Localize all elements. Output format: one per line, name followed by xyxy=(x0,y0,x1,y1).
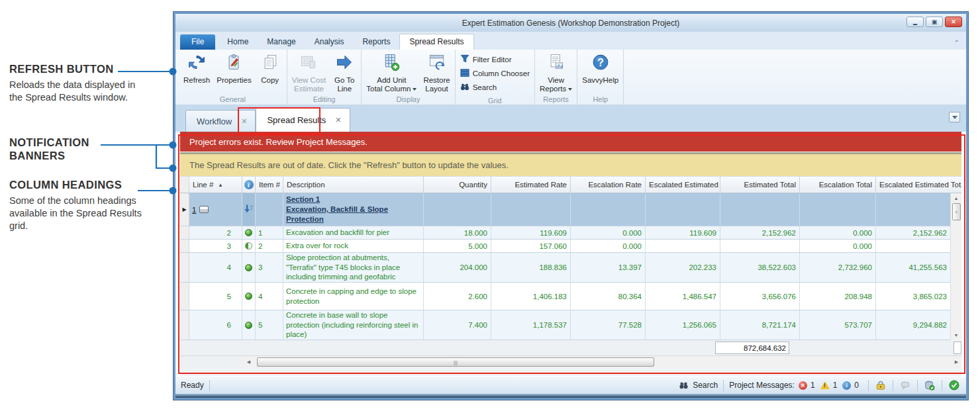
horizontal-scrollbar-thumb[interactable]: ||| xyxy=(257,357,654,367)
header-escalation-total[interactable]: Escalation Total xyxy=(800,176,876,193)
vertical-scrollbar[interactable]: ▲ ≡ ▼ xyxy=(950,193,961,340)
add-unit-total-column-button[interactable]: Add Unit Total Column xyxy=(364,51,419,94)
row-selector[interactable] xyxy=(180,240,189,252)
database-status-icon[interactable] xyxy=(924,381,935,391)
column-chooser-button[interactable]: Column Chooser xyxy=(460,68,530,79)
tab-workflow[interactable]: Workflow ✕ xyxy=(185,110,256,132)
annotation-body: Reloads the data displayed in the Spread… xyxy=(9,79,148,105)
grid-summary-row: 872,684.632 xyxy=(180,340,961,356)
dropdown-caret-icon xyxy=(413,88,416,91)
row-selector[interactable]: ▶ xyxy=(180,193,189,226)
scroll-left-icon[interactable]: ◀ xyxy=(244,357,254,367)
properties-button[interactable]: Properties xyxy=(214,51,254,85)
add-unit-total-column-icon xyxy=(382,53,401,74)
row-selector[interactable] xyxy=(180,283,189,310)
header-estimated-rate[interactable]: Estimated Rate xyxy=(491,176,571,193)
view-reports-button[interactable]: View Reports xyxy=(537,51,575,94)
annotation-refresh-button: REFRESH BUTTON Reloads the data displaye… xyxy=(9,63,148,104)
svg-text:?: ? xyxy=(597,57,604,68)
go-to-line-button[interactable]: Go To Line xyxy=(330,51,359,94)
tab-list-dropdown-button[interactable] xyxy=(949,112,960,122)
ribbon-tab-file[interactable]: File xyxy=(180,34,215,50)
view-cost-estimate-icon xyxy=(299,53,318,74)
header-description[interactable]: Description xyxy=(283,176,424,193)
header-item[interactable]: Item # xyxy=(256,176,283,193)
scroll-down-icon[interactable]: ▼ xyxy=(952,330,961,340)
minimize-button[interactable] xyxy=(906,17,924,27)
ribbon-tab-home[interactable]: Home xyxy=(218,34,258,50)
savvyhelp-button[interactable]: ? SavvyHelp xyxy=(579,51,621,85)
error-count-icon: ✕ xyxy=(799,381,807,390)
close-button[interactable] xyxy=(945,17,962,27)
status-ready: Ready xyxy=(181,381,204,390)
close-icon[interactable]: ✕ xyxy=(241,117,247,126)
header-escalated-estimated-rate[interactable]: Escalated Estimated Rate xyxy=(646,176,720,193)
collapse-ribbon-icon[interactable]: ⌃ xyxy=(954,39,959,46)
ribbon-group-editing: View Cost Estimate Go To Line Editing xyxy=(287,50,362,105)
savvyhelp-icon: ? xyxy=(591,53,610,74)
search-button[interactable]: Search xyxy=(460,82,530,93)
validation-ok-icon[interactable] xyxy=(949,380,959,391)
status-green-icon xyxy=(245,229,252,236)
horizontal-scrollbar-row: ◀ ||| ▶ xyxy=(180,356,961,368)
collapse-section-icon[interactable] xyxy=(199,206,209,213)
header-line[interactable]: Line # ▲ xyxy=(189,176,242,193)
ribbon-group-grid: Filter Editor Column Chooser Search Grid xyxy=(456,50,535,105)
project-messages-label[interactable]: Project Messages: xyxy=(729,381,795,390)
annotation-column-headings: COLUMN HEADINGS Some of the column headi… xyxy=(9,179,142,233)
title-bar[interactable]: Expert Estimation Genesis (Workshop Demo… xyxy=(175,14,966,32)
annotation-title: NOTIFICATION BANNERS xyxy=(9,136,115,163)
comments-icon[interactable] xyxy=(900,381,910,390)
copy-icon xyxy=(261,53,279,74)
info-icon: i xyxy=(244,180,254,189)
maximize-button[interactable] xyxy=(926,17,943,27)
ribbon-tab-bar: File Home Manage Analysis Reports Spread… xyxy=(175,32,966,50)
header-estimated-total[interactable]: Estimated Total xyxy=(720,176,800,193)
vertical-scrollbar-thumb[interactable]: ≡ xyxy=(952,203,961,220)
filter-editor-button[interactable]: Filter Editor xyxy=(460,54,530,65)
refresh-button[interactable]: Refresh xyxy=(181,51,213,85)
group-label: Help xyxy=(579,95,621,105)
current-row-icon: ▶ xyxy=(182,207,186,212)
view-cost-estimate-button[interactable]: View Cost Estimate xyxy=(289,51,329,94)
filter-editor-icon xyxy=(460,54,469,65)
error-banner: Project errors exist. Review Project Mes… xyxy=(180,132,961,152)
table-row[interactable]: 3 2 Extra over for rock 5.000 157.060 0.… xyxy=(180,240,961,253)
row-selector[interactable] xyxy=(180,310,189,340)
status-half-green-icon xyxy=(245,242,252,250)
annotation-title: COLUMN HEADINGS xyxy=(9,179,142,192)
copy-button[interactable]: Copy xyxy=(256,51,285,85)
header-quantity[interactable]: Quantity xyxy=(424,176,491,193)
ribbon-tab-analysis[interactable]: Analysis xyxy=(305,34,354,50)
window-title: Expert Estimation Genesis (Workshop Demo… xyxy=(462,19,680,28)
header-escalated-estimated-total[interactable]: Escalated Estimated Total xyxy=(876,176,961,193)
ribbon-tab-spread-results[interactable]: Spread Results xyxy=(399,34,473,50)
table-row-section[interactable]: ▶ 1 Section 1Excavation, Backfill & Slop… xyxy=(180,193,961,226)
close-icon[interactable]: ✕ xyxy=(335,116,341,124)
scroll-right-icon[interactable]: ▶ xyxy=(952,357,961,367)
refresh-icon xyxy=(187,53,206,74)
header-info[interactable]: i xyxy=(242,176,256,193)
header-row-selector xyxy=(180,176,189,193)
ribbon-group-help: ? SavvyHelp Help xyxy=(577,50,624,105)
ribbon-tab-manage[interactable]: Manage xyxy=(258,34,305,50)
go-to-line-icon xyxy=(335,53,354,74)
restore-layout-button[interactable]: Restore Layout xyxy=(420,51,452,94)
permissions-icon[interactable] xyxy=(875,381,886,391)
status-search[interactable]: Search xyxy=(693,381,718,390)
summary-field-partial[interactable] xyxy=(954,342,961,354)
ribbon-tab-reports[interactable]: Reports xyxy=(353,34,399,50)
table-row[interactable]: 6 5 Concrete in base wall to slope prote… xyxy=(180,310,961,340)
dropdown-caret-icon xyxy=(568,88,572,91)
table-row[interactable]: 4 3 Slope protection at abutments, "Terr… xyxy=(180,253,961,283)
tab-spread-results[interactable]: Spread Results ✕ xyxy=(256,108,350,132)
search-binoculars-icon xyxy=(460,82,469,93)
horizontal-scrollbar[interactable]: ◀ ||| ▶ xyxy=(242,357,961,367)
header-escalation-rate[interactable]: Escalation Rate xyxy=(571,176,646,193)
summary-total-field[interactable]: 872,684.632 xyxy=(715,342,789,354)
scroll-up-icon[interactable]: ▲ xyxy=(952,193,961,203)
table-row[interactable]: 5 4 Concrete in capping and edge to slop… xyxy=(180,283,961,310)
table-row[interactable]: 2 1 Excavation and backfill for pier 18.… xyxy=(180,226,961,240)
row-selector[interactable] xyxy=(180,226,189,239)
row-selector[interactable] xyxy=(180,253,189,282)
